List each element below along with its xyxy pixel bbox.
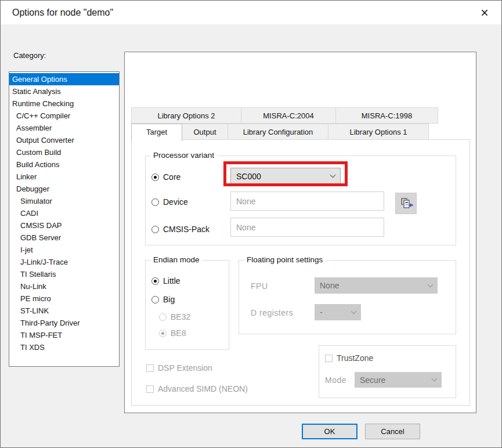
floating-point-group: Floating point settings FPU None D regis… bbox=[239, 260, 456, 334]
tab-library-options-2[interactable]: Library Options 2 bbox=[131, 107, 241, 124]
checkbox-label: Advanced SIMD (NEON) bbox=[158, 384, 248, 393]
d-registers-value: - bbox=[320, 308, 323, 317]
radio-label: CMSIS-Pack bbox=[163, 225, 210, 234]
core-variant-value: SC000 bbox=[236, 172, 261, 181]
trustzone-mode-value: Secure bbox=[360, 375, 385, 385]
category-label: Category: bbox=[13, 51, 46, 60]
options-dialog: Options for node "demo" × Category: Gene… bbox=[0, 0, 502, 448]
endian-mode-title: Endian mode bbox=[150, 255, 203, 264]
trustzone-mode-dropdown: Secure bbox=[355, 372, 442, 388]
category-item-i-jet[interactable]: I-jet bbox=[9, 244, 119, 256]
tab-misra-c-2004[interactable]: MISRA-C:2004 bbox=[241, 107, 336, 124]
chevron-down-icon bbox=[428, 281, 434, 287]
category-list[interactable]: General OptionsStatic AnalysisRuntime Ch… bbox=[9, 71, 120, 367]
dialog-title: Options for node "demo" bbox=[12, 1, 113, 24]
category-item-static-analysis[interactable]: Static Analysis bbox=[9, 85, 119, 97]
category-item-c-c-compiler[interactable]: C/C++ Compiler bbox=[9, 110, 119, 122]
category-item-output-converter[interactable]: Output Converter bbox=[9, 134, 119, 146]
device-field[interactable]: None bbox=[230, 192, 384, 211]
device-value: None bbox=[236, 197, 255, 206]
device-selector-icon bbox=[399, 197, 413, 211]
radio-icon[interactable] bbox=[151, 198, 159, 206]
tab-output[interactable]: Output bbox=[182, 124, 228, 140]
category-item-linker[interactable]: Linker bbox=[9, 171, 119, 183]
checkbox-icon bbox=[146, 364, 154, 372]
category-item-runtime-checking[interactable]: Runtime Checking bbox=[9, 97, 119, 110]
floating-point-title: Floating point settings bbox=[244, 255, 326, 264]
radio-label: Little bbox=[163, 276, 180, 286]
trustzone-checkbox-row: TrustZone bbox=[325, 353, 373, 363]
close-icon: × bbox=[481, 5, 488, 21]
trustzone-group: TrustZone Mode Secure bbox=[319, 345, 456, 398]
checkbox-label: TrustZone bbox=[337, 353, 373, 363]
radio-core[interactable]: Core bbox=[151, 172, 180, 182]
radio-device[interactable]: Device bbox=[151, 197, 188, 207]
endian-mode-group: Endian mode LittleBigBE32BE8 bbox=[145, 260, 229, 350]
tab-target[interactable]: Target bbox=[131, 124, 182, 141]
ok-button[interactable]: OK bbox=[302, 424, 357, 439]
category-item-cadi[interactable]: CADI bbox=[9, 207, 119, 219]
dsp-extension-checkbox-row: DSP Extension bbox=[146, 363, 212, 373]
radio-icon[interactable] bbox=[151, 226, 159, 233]
category-item-debugger[interactable]: Debugger bbox=[9, 183, 119, 195]
category-item-st-link[interactable]: ST-LINK bbox=[9, 305, 119, 317]
radio-label: Device bbox=[163, 197, 188, 207]
fpu-label: FPU bbox=[251, 281, 268, 291]
category-item-ti-stellaris[interactable]: TI Stellaris bbox=[9, 268, 119, 280]
advanced-simd-checkbox-row: Advanced SIMD (NEON) bbox=[146, 384, 248, 393]
tab-misra-c-1998[interactable]: MISRA-C:1998 bbox=[335, 107, 438, 124]
checkbox-icon bbox=[146, 385, 154, 393]
fpu-dropdown: None bbox=[315, 277, 438, 294]
tab-row-1: Library Options 2MISRA-C:2004MISRA-C:199… bbox=[131, 107, 438, 124]
radio-icon bbox=[159, 313, 167, 321]
cancel-button[interactable]: Cancel bbox=[365, 424, 420, 439]
category-item-assembler[interactable]: Assembler bbox=[9, 122, 119, 134]
category-item-build-actions[interactable]: Build Actions bbox=[9, 158, 119, 171]
category-item-third-party-driver[interactable]: Third-Party Driver bbox=[9, 317, 119, 329]
d-registers-label: D registers bbox=[251, 308, 293, 317]
checkbox-label: DSP Extension bbox=[158, 363, 212, 373]
radio-icon[interactable] bbox=[151, 296, 159, 304]
chevron-down-icon bbox=[351, 308, 357, 314]
processor-variant-group: Processor variant Core SC000 Device None bbox=[145, 156, 456, 245]
category-item-custom-build[interactable]: Custom Build bbox=[9, 146, 119, 158]
radio-icon[interactable] bbox=[151, 174, 159, 181]
radio-icon bbox=[159, 330, 167, 337]
category-item-ti-xds[interactable]: TI XDS bbox=[9, 341, 119, 353]
radio-be32: BE32 bbox=[159, 312, 190, 321]
category-item-ti-msp-fet[interactable]: TI MSP-FET bbox=[9, 329, 119, 341]
core-variant-dropdown[interactable]: SC000 bbox=[230, 168, 341, 185]
trustzone-mode-label: Mode bbox=[325, 375, 346, 385]
radio-label: Big bbox=[163, 295, 175, 304]
category-item-gdb-server[interactable]: GDB Server bbox=[9, 232, 119, 244]
category-item-simulator[interactable]: Simulator bbox=[9, 195, 119, 207]
cmsis-pack-field[interactable]: None bbox=[230, 218, 384, 237]
device-selector-button[interactable] bbox=[395, 193, 417, 214]
radio-cmsis-pack[interactable]: CMSIS-Pack bbox=[151, 225, 210, 234]
close-button[interactable]: × bbox=[476, 4, 493, 21]
tab-row-2: TargetOutputLibrary ConfigurationLibrary… bbox=[131, 124, 428, 140]
radio-label: Core bbox=[163, 172, 180, 182]
radio-be8: BE8 bbox=[159, 328, 186, 338]
title-bar: Options for node "demo" × bbox=[1, 1, 501, 24]
category-item-general-options[interactable]: General Options bbox=[9, 73, 119, 85]
category-item-pe-micro[interactable]: PE micro bbox=[9, 292, 119, 305]
d-registers-dropdown: - bbox=[315, 304, 361, 320]
checkbox-icon bbox=[325, 355, 333, 362]
radio-icon[interactable] bbox=[151, 277, 159, 285]
category-item-j-link-j-trace[interactable]: J-Link/J-Trace bbox=[9, 256, 119, 268]
category-item-cmsis-dap[interactable]: CMSIS DAP bbox=[9, 219, 119, 232]
radio-little[interactable]: Little bbox=[151, 276, 180, 286]
target-tab-page: Processor variant Core SC000 Device None bbox=[131, 139, 470, 406]
cmsis-pack-value: None bbox=[236, 223, 255, 232]
category-item-nu-link[interactable]: Nu-Link bbox=[9, 280, 119, 292]
options-panel: Library Options 2MISRA-C:2004MISRA-C:199… bbox=[124, 52, 476, 413]
fpu-value: None bbox=[320, 281, 339, 290]
tab-library-configuration[interactable]: Library Configuration bbox=[227, 124, 328, 140]
radio-label: BE8 bbox=[171, 328, 186, 338]
tab-library-options-1[interactable]: Library Options 1 bbox=[328, 124, 429, 140]
processor-variant-title: Processor variant bbox=[150, 151, 217, 160]
radio-label: BE32 bbox=[171, 312, 190, 321]
chevron-down-icon bbox=[330, 172, 336, 178]
radio-big[interactable]: Big bbox=[151, 295, 175, 304]
